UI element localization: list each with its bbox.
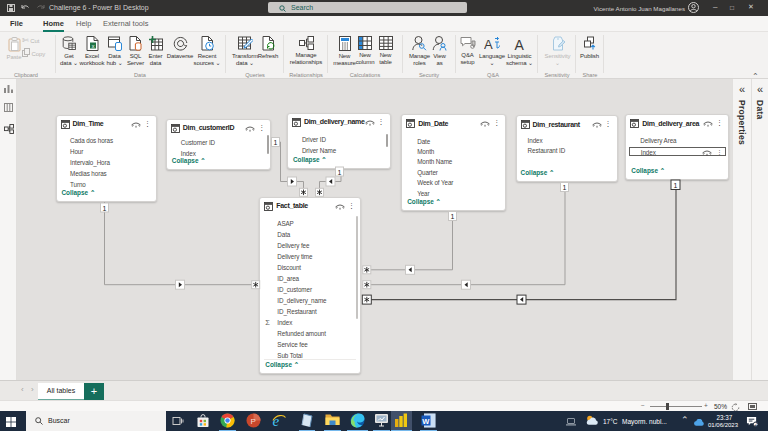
svg-text:2: 2	[755, 421, 758, 427]
svg-text:1: 1	[103, 205, 107, 212]
svg-text:1: 1	[563, 184, 567, 191]
svg-text:1: 1	[451, 213, 455, 220]
svg-text:1: 1	[674, 182, 678, 189]
svg-text:W: W	[422, 417, 430, 426]
svg-text:1: 1	[338, 169, 342, 176]
svg-text:P: P	[251, 417, 256, 426]
svg-text:1: 1	[274, 139, 278, 146]
